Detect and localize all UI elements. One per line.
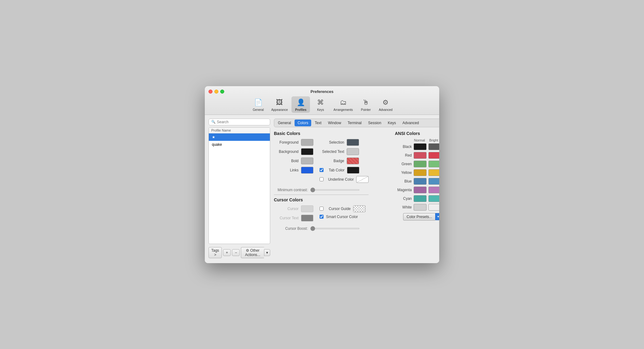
ansi-bright-white[interactable] [428,204,439,211]
cursor-label: Cursor [274,207,299,211]
ansi-normal-yellow[interactable] [414,169,427,176]
profile-list-header: Profile Name [209,128,270,133]
cursor-boost-slider[interactable] [310,228,360,229]
tab-advanced[interactable]: Advanced [399,120,422,126]
color-presets-button[interactable]: Color Presets... [403,213,435,221]
toolbar-item-keys[interactable]: ⌘ Keys [311,96,330,113]
cursor-text-row: Cursor Text [274,215,313,221]
selection-row: Selection [320,139,369,146]
ansi-normal-white[interactable] [414,204,427,211]
minimum-contrast-label: Minimum contrast: [274,188,308,192]
ansi-bright-red[interactable] [428,152,439,159]
left-panel: 🔍 Profile Name ★quake Tags >+−⚙ Other Ac… [208,119,270,259]
cursor-guide-swatch[interactable] [353,205,365,212]
underline-color-checkbox[interactable] [320,177,324,181]
tab-text[interactable]: Text [312,120,324,126]
titlebar: Preferences 📄 General 🖼 Appearance 👤 Pro… [205,86,439,115]
tab-general[interactable]: General [275,120,294,126]
toolbar-item-advanced[interactable]: ⚙ Advanced [376,96,395,113]
ansi-normal-cyan[interactable] [414,195,427,202]
add-profile-button[interactable]: + [223,249,231,256]
ansi-bright-cyan[interactable] [428,195,439,202]
ansi-header: Normal Bright [374,138,439,142]
ansi-bright-magenta[interactable] [428,187,439,193]
cursor-swatch[interactable] [301,205,313,212]
search-input[interactable] [217,120,267,124]
maximize-button[interactable] [220,90,224,94]
toolbar-item-profiles[interactable]: 👤 Profiles [291,96,310,113]
other-actions-button[interactable]: ⚙ Other Actions... [241,247,264,258]
toolbar-label-general: General [253,108,264,111]
search-icon: 🔍 [211,120,216,124]
bold-row: Bold [274,158,313,164]
tab-window[interactable]: Window [325,120,344,126]
colors-left: Basic Colors Foreground Background [274,131,369,259]
profile-label-quake: quake [212,142,222,147]
links-swatch[interactable] [301,167,313,174]
tab-color-checkbox[interactable] [320,168,324,172]
preferences-window: Preferences 📄 General 🖼 Appearance 👤 Pro… [205,86,439,263]
badge-swatch[interactable] [347,158,359,164]
toolbar-icon-arrangements: 🗂 [338,98,348,107]
tab-terminal[interactable]: Terminal [345,120,365,126]
underline-color-swatch[interactable] [356,176,369,183]
tags-button[interactable]: Tags > [208,247,222,258]
toolbar-icon-advanced: ⚙ [381,98,390,107]
ansi-normal-magenta[interactable] [414,187,427,193]
ansi-bright-black[interactable] [428,143,439,150]
underline-color-label: Underline Color [326,177,354,182]
smart-cursor-checkbox[interactable] [320,215,324,219]
cursor-guide-row: Cursor Guide [320,205,366,212]
ansi-row-white: White [374,204,439,211]
toolbar-item-arrangements[interactable]: 🗂 Arrangements [331,96,355,113]
ansi-bright-blue[interactable] [428,178,439,185]
tab-keys[interactable]: Keys [385,120,399,126]
basic-colors-left-col: Foreground Background Bold [274,139,313,185]
toolbar-item-pointer[interactable]: 🖱 Pointer [357,96,375,113]
toolbar-item-general[interactable]: 📄 General [249,96,267,113]
other-actions-arrow-button[interactable]: ▾ [264,249,270,256]
profile-label-star: ★ [212,135,215,139]
bold-swatch[interactable] [301,158,313,164]
tab-colors[interactable]: Colors [295,120,312,126]
profile-item-star[interactable]: ★ [209,133,270,141]
minimize-button[interactable] [214,90,218,94]
smart-cursor-row: Smart Cursor Color [320,215,366,219]
ansi-bright-yellow[interactable] [428,169,439,176]
cursor-guide-checkbox[interactable] [320,207,324,211]
ansi-row-magenta: Magenta [374,187,439,193]
toolbar-icon-appearance: 🖼 [275,98,284,107]
foreground-swatch[interactable] [301,139,313,146]
color-presets-dropdown[interactable]: ▾ [435,213,439,220]
tab-session[interactable]: Session [365,120,384,126]
traffic-lights [208,90,224,94]
toolbar-label-profiles: Profiles [295,108,307,111]
toolbar-item-appearance[interactable]: 🖼 Appearance [269,96,290,113]
tab-color-swatch[interactable] [347,167,359,174]
selected-text-swatch[interactable] [347,148,359,155]
smart-cursor-label: Smart Cursor Color [326,215,366,219]
toolbar-label-pointer: Pointer [361,108,371,111]
ansi-rows: Black Red Green Yellow Blue Magenta Cyan… [374,143,439,211]
ansi-bright-green[interactable] [428,161,439,167]
remove-profile-button[interactable]: − [232,249,240,256]
cursor-text-swatch[interactable] [301,215,313,221]
cursor-colors-right-col: Cursor Guide Smart Cursor Color [320,205,366,224]
ansi-bright-label: Bright [427,138,439,142]
window-title: Preferences [208,89,436,94]
selection-swatch[interactable] [347,139,359,146]
ansi-normal-black[interactable] [414,143,427,150]
ansi-normal-blue[interactable] [414,178,427,185]
background-swatch[interactable] [301,148,313,155]
profile-item-quake[interactable]: quake [209,141,270,148]
ansi-row-black: Black [374,143,439,150]
toolbar-label-arrangements: Arrangements [333,108,353,111]
foreground-row: Foreground [274,139,313,146]
close-button[interactable] [208,90,213,94]
selection-label: Selection [320,140,344,145]
ansi-normal-green[interactable] [414,161,427,167]
minimum-contrast-slider[interactable] [310,189,360,191]
toolbar-label-advanced: Advanced [379,108,392,111]
cursor-text-label: Cursor Text [274,216,299,220]
ansi-normal-red[interactable] [414,152,427,159]
